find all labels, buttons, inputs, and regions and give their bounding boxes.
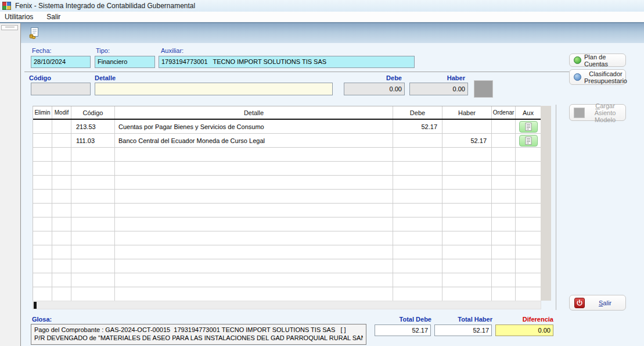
grid-header-haber: Haber (442, 106, 492, 119)
grid-cell-detalle (115, 245, 393, 259)
plan-de-cuentas-label: Plan de Cuentas (584, 53, 625, 67)
cargar-asiento-modelo-button: Cargar Asiento Modelo (569, 104, 626, 121)
scrollbar-thumb[interactable] (34, 302, 37, 309)
grid-cell-elimin (33, 287, 52, 301)
grid-cell-elimin (33, 148, 52, 161)
grid-row-empty (33, 245, 541, 259)
splitter-handle[interactable] (1, 25, 18, 30)
new-voucher-button[interactable] (27, 26, 41, 41)
grid-cell-aux (516, 287, 541, 301)
grid-row-empty (33, 176, 541, 190)
grid-cell-detalle (115, 162, 393, 175)
tipo-input[interactable]: Financiero (95, 56, 155, 68)
document-icon (525, 137, 532, 145)
grid-header-debe: Debe (393, 106, 442, 119)
grid-cell-aux (516, 162, 541, 175)
grid-row-empty (33, 162, 541, 176)
grid-cell-ordenar (492, 273, 516, 287)
grid-cell-codigo (71, 287, 115, 301)
grid-cell-haber (442, 231, 492, 245)
grid-row[interactable]: 213.53Cuentas por Pagar Bienes y Servici… (33, 120, 541, 134)
glosa-textarea[interactable]: Pago del Comprobante : GAS-2024-OCT-0001… (31, 324, 366, 345)
grid-cell-debe (393, 273, 442, 287)
grid-cell-elimin (33, 204, 52, 217)
grid-cell-codigo: 111.03 (71, 134, 115, 147)
add-entry-button[interactable] (474, 80, 493, 98)
menu-salir[interactable]: Salir (46, 13, 66, 21)
grid-header-aux: Aux (516, 106, 541, 119)
fecha-label: Fecha: (32, 47, 52, 54)
grid-cell-elimin (33, 120, 52, 133)
grid-cell-haber (442, 259, 492, 273)
codigo-input[interactable] (31, 83, 91, 95)
grid-row-empty (33, 217, 541, 231)
grid-cell-detalle: Cuentas por Pagar Bienes y Servicios de … (115, 120, 393, 133)
grid-cell-ordenar (492, 287, 516, 301)
total-haber-label: Total Haber (434, 316, 492, 323)
glosa-label: Glosa: (32, 316, 52, 323)
cargar-label-line1: Cargar Asiento (585, 102, 625, 116)
grid-cell-debe (393, 287, 442, 301)
grid-cell-modif (52, 259, 71, 273)
grid-cell-codigo (71, 176, 115, 189)
auxiliar-label: Auxiliar: (161, 47, 184, 54)
grid-cell-detalle (115, 190, 393, 203)
grid-header-codigo: Código (71, 106, 115, 119)
grid-cell-haber (442, 204, 492, 217)
grid-cell-modif (52, 273, 71, 287)
debe-input[interactable]: 0.00 (344, 83, 405, 95)
grid-cell-codigo (71, 245, 115, 259)
haber-input[interactable]: 0.00 (409, 83, 468, 95)
detalle-input[interactable] (95, 83, 333, 95)
haber-label: Haber (409, 74, 465, 81)
grid-cell-haber (442, 162, 492, 175)
grid-row[interactable]: 111.03Banco Central del Ecuador Moneda d… (33, 134, 541, 148)
grid-row-empty (33, 259, 541, 273)
menu-bar: Utilitarios Salir (0, 12, 644, 22)
plan-de-cuentas-button[interactable]: Plan de Cuentas (569, 53, 626, 67)
auxiliar-input[interactable]: 1793194773001 TECNO IMPORT SOLUTIONS TIS… (159, 56, 415, 68)
fecha-input[interactable]: 28/10/2024 (31, 56, 91, 68)
grid-cell-elimin (33, 134, 52, 147)
title-bar[interactable]: Fenix - Sistema Integrado de Contabilida… (0, 0, 644, 12)
aux-button[interactable] (519, 121, 538, 133)
grid-cell-modif (52, 204, 71, 217)
grid-row-empty (33, 231, 541, 245)
horizontal-scrollbar[interactable] (33, 301, 541, 309)
grid-cell-ordenar (492, 245, 516, 259)
document-coins-icon (28, 27, 39, 39)
salir-button[interactable]: Salir (569, 295, 626, 311)
grid-cell-debe (393, 190, 442, 203)
grid-cell-modif (52, 245, 71, 259)
grid-header-ordenar: Ordenar (492, 106, 516, 119)
grid-cell-modif (52, 217, 71, 231)
grid-cell-ordenar (492, 148, 516, 161)
vertical-scrollbar[interactable] (541, 106, 551, 301)
grid-cell-aux (516, 204, 541, 217)
grid-cell-ordenar (492, 259, 516, 273)
salir-label: Salir (585, 299, 625, 306)
grid-cell-ordenar (492, 204, 516, 217)
total-haber-field: 52.17 (434, 324, 492, 336)
grid-cell-aux (516, 259, 541, 273)
grid-cell-modif (52, 162, 71, 175)
grid-cell-ordenar (492, 176, 516, 189)
grid-cell-haber (442, 287, 492, 301)
grid-cell-modif (52, 134, 71, 147)
grid-header-elimin: Elimin (33, 106, 52, 119)
grid-cell-modif (52, 120, 71, 133)
clasificador-presupuestario-button[interactable]: Clasificador Presupuestario (569, 69, 626, 85)
aux-button[interactable] (519, 135, 538, 147)
grid-cell-modif (52, 176, 71, 189)
grid-body: 213.53Cuentas por Pagar Bienes y Servici… (33, 120, 541, 301)
application-window: Fenix - Sistema Integrado de Contabilida… (0, 0, 644, 346)
debe-label: Debe (344, 74, 402, 81)
grid-cell-ordenar (492, 190, 516, 203)
grid-cell-modif (52, 148, 71, 161)
grid-cell-codigo: 213.53 (71, 120, 115, 133)
app-icon (2, 2, 11, 10)
menu-utilitarios[interactable]: Utilitarios (5, 13, 38, 21)
grid-cell-debe (393, 245, 442, 259)
grid-cell-elimin (33, 176, 52, 189)
grid-header-row: Elimin Modif Código Detalle Debe Haber O… (33, 106, 541, 120)
